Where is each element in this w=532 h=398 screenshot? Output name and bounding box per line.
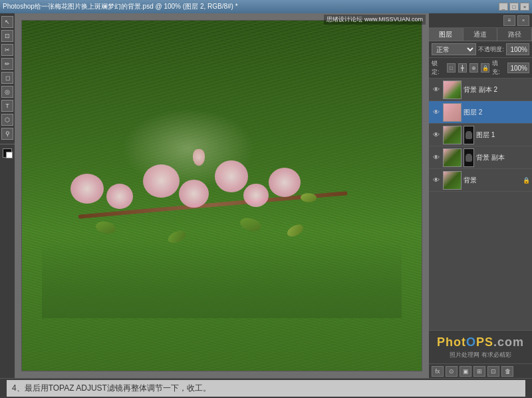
- layer-thumbnail: [443, 171, 462, 190]
- layer-mask-thumbnail: [464, 126, 474, 144]
- opacity-label: 不透明度:: [478, 45, 504, 54]
- delete-layer-btn[interactable]: 🗑: [501, 366, 513, 377]
- layer-visibility-toggle[interactable]: 👁: [432, 108, 441, 117]
- photo-canvas: [22, 21, 422, 371]
- layer-item[interactable]: 👁 背景 🔒: [429, 169, 532, 192]
- tool-brush[interactable]: ✏: [1, 58, 13, 70]
- tool-eraser[interactable]: ◻: [1, 72, 13, 84]
- maximize-button[interactable]: □: [509, 3, 519, 11]
- layer-mask-btn[interactable]: ⊙: [446, 366, 458, 377]
- logo-o: O: [466, 335, 476, 349]
- logo-ps: PS: [476, 335, 493, 349]
- layer-thumbnail: [443, 148, 462, 167]
- layer-bottom-toolbar: fx ⊙ ▣ ⊞ ⊡ 🗑: [429, 363, 532, 378]
- canvas-area: 思绪设计论坛 www.MISSVUAN.com: [15, 13, 429, 378]
- lock-transparent-btn[interactable]: □: [447, 63, 456, 73]
- layer-thumbnail: [443, 103, 462, 122]
- status-text: 4、最后用TOPAZ ADJUST滤镜再整体调节一下，收工。: [7, 380, 525, 397]
- logo-phot: Phot: [437, 335, 466, 349]
- layer-item[interactable]: 👁 图层 1: [429, 124, 532, 146]
- layer-item-selected[interactable]: 👁 图层 2: [429, 101, 532, 124]
- tool-select[interactable]: ↖: [1, 16, 13, 28]
- lock-row: 锁定: □ ╋ ⊕ 🔒 填充: 100%: [429, 58, 532, 79]
- lock-position-btn[interactable]: ⊕: [469, 63, 478, 73]
- tool-lasso[interactable]: ⊡: [1, 30, 13, 42]
- layer-list: 👁 背景 副本 2 👁 图层 2 👁 图层 1: [429, 79, 532, 330]
- layer-name: 背景 副本 2: [464, 85, 529, 95]
- fill-label: 填充:: [492, 59, 505, 77]
- layer-visibility-toggle[interactable]: 👁: [432, 130, 441, 140]
- right-mini-toolbar: ≡ ×: [429, 13, 532, 28]
- layer-adjustment-btn[interactable]: ▣: [460, 366, 471, 377]
- layer-thumbnail: [443, 81, 462, 99]
- layers-tabs: 图层 通道 路径: [429, 28, 532, 41]
- layer-visibility-toggle[interactable]: 👁: [432, 153, 441, 162]
- layer-item[interactable]: 👁 背景 副本: [429, 146, 532, 169]
- title-bar: Photoshop给一张梅花图片换上斑斓梦幻的背景.psd @ 100% (图层…: [0, 0, 532, 13]
- panel-close-btn[interactable]: ×: [517, 15, 529, 26]
- layer-name: 图层 1: [476, 130, 529, 140]
- top-site-label: 思绪设计论坛 www.MISSVUAN.com: [324, 15, 426, 25]
- left-toolbar: ↖ ⊡ ✂ ✏ ◻ ◎ T ⬡ ⚲: [0, 13, 15, 378]
- lock-image-btn[interactable]: ╋: [458, 63, 467, 73]
- layer-visibility-toggle[interactable]: 👁: [432, 176, 441, 185]
- main-area: ↖ ⊡ ✂ ✏ ◻ ◎ T ⬡ ⚲: [0, 13, 532, 378]
- layer-item[interactable]: 👁 背景 副本 2: [429, 79, 532, 101]
- layer-mask-thumbnail: [464, 148, 474, 167]
- tool-shape[interactable]: ⬡: [1, 114, 13, 126]
- tool-fg-color[interactable]: [3, 148, 12, 158]
- layer-name: 背景: [464, 176, 521, 185]
- tab-channels[interactable]: 通道: [464, 28, 498, 41]
- tool-fill[interactable]: ◎: [1, 86, 13, 98]
- status-bar: 4、最后用TOPAZ ADJUST滤镜再整体调节一下，收工。: [0, 378, 532, 398]
- tab-paths[interactable]: 路径: [497, 28, 532, 41]
- lock-label: 锁定:: [432, 59, 444, 77]
- layer-name: 图层 2: [464, 108, 529, 117]
- opacity-value[interactable]: 100%: [506, 43, 529, 55]
- flower-area: [42, 126, 402, 318]
- tool-crop[interactable]: ✂: [1, 44, 13, 56]
- layer-visibility-toggle[interactable]: 👁: [432, 85, 441, 95]
- canvas-container: [21, 20, 422, 371]
- layer-thumbnail: [443, 126, 462, 144]
- lock-icon: 🔒: [523, 177, 529, 184]
- tool-text[interactable]: T: [1, 100, 13, 112]
- blend-mode-select[interactable]: 正常: [432, 43, 476, 55]
- right-panel: ≡ × 图层 通道 路径 正常 不透明度: 100% 锁定: □: [429, 13, 532, 378]
- watermark-subtitle: 照片处理网 有求必精彩: [450, 351, 511, 359]
- new-layer-btn[interactable]: ⊡: [487, 366, 499, 377]
- logo-dot: .com: [493, 335, 524, 349]
- window-controls[interactable]: _ □ ×: [499, 3, 529, 11]
- tab-layers[interactable]: 图层: [429, 28, 464, 41]
- layers-panel: 图层 通道 路径 正常 不透明度: 100% 锁定: □ ╋ ⊕ 🔒 填充:: [429, 28, 532, 378]
- watermark-logo: PhotOPS.com: [437, 335, 524, 349]
- tool-zoom[interactable]: ⚲: [1, 128, 13, 140]
- layer-name: 背景 副本: [476, 153, 529, 162]
- minimize-button[interactable]: _: [499, 3, 508, 11]
- layer-style-btn[interactable]: fx: [432, 366, 444, 377]
- panel-menu-btn[interactable]: ≡: [503, 15, 515, 26]
- new-group-btn[interactable]: ⊞: [473, 366, 485, 377]
- watermark-area: PhotOPS.com 照片处理网 有求必精彩: [429, 330, 532, 363]
- lock-all-btn[interactable]: 🔒: [481, 63, 489, 73]
- fill-value[interactable]: 100%: [507, 63, 529, 73]
- blend-opacity-row: 正常 不透明度: 100%: [429, 41, 532, 58]
- close-button[interactable]: ×: [520, 3, 529, 11]
- window-title: Photoshop给一张梅花图片换上斑斓梦幻的背景.psd @ 100% (图层…: [3, 2, 499, 11]
